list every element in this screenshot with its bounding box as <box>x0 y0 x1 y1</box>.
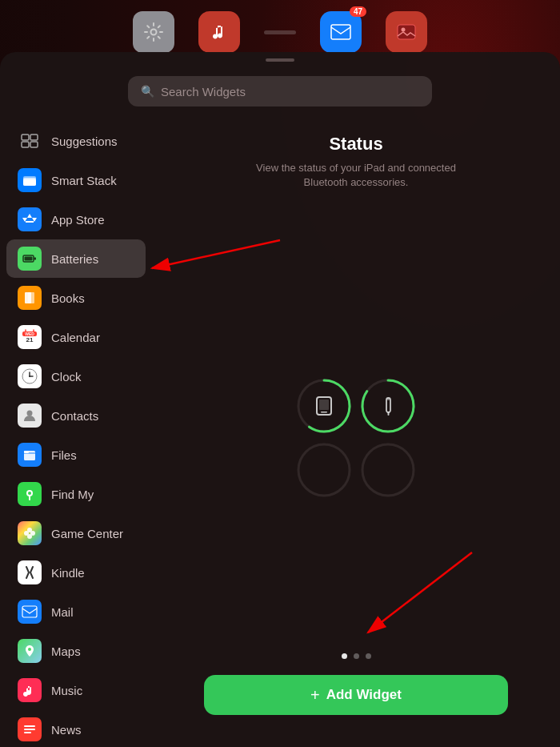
svg-rect-43 <box>319 400 329 410</box>
widget-circles-grid <box>296 378 416 498</box>
widget-preview-area <box>296 222 416 653</box>
app-store-icon <box>18 207 42 231</box>
svg-point-34 <box>27 534 32 539</box>
svg-rect-35 <box>22 606 37 617</box>
music-top-icon <box>198 11 240 53</box>
maps-label: Maps <box>51 645 81 658</box>
svg-point-25 <box>29 376 30 377</box>
widget-circle-4[interactable] <box>360 442 416 498</box>
kindle-icon <box>18 560 42 584</box>
find-my-label: Find My <box>51 488 94 501</box>
sidebar-item-kindle[interactable]: Kindle <box>6 553 146 592</box>
sidebar-item-music[interactable]: Music <box>6 671 146 709</box>
sidebar-item-smart-stack[interactable]: Smart Stack <box>6 161 146 199</box>
calendar-icon: WED 21 <box>18 325 42 349</box>
mail-icon <box>18 600 42 624</box>
app-store-label: App Store <box>51 213 105 227</box>
game-center-label: Game Center <box>51 527 123 540</box>
dot-1[interactable] <box>342 653 347 659</box>
widget-panel: 🔍 Search Widgets Suggestions <box>0 52 560 747</box>
svg-rect-7 <box>30 142 38 147</box>
batteries-icon <box>18 247 42 271</box>
svg-rect-5 <box>30 135 38 140</box>
svg-rect-15 <box>28 292 34 303</box>
svg-rect-37 <box>24 725 35 727</box>
sidebar-item-mail[interactable]: Mail <box>6 592 146 631</box>
maps-icon <box>18 639 42 663</box>
calendar-label: Calendar <box>51 331 100 344</box>
dot-3[interactable] <box>366 653 371 659</box>
plus-icon: + <box>310 686 320 705</box>
suggestions-label: Suggestions <box>51 135 118 148</box>
svg-rect-13 <box>25 257 33 261</box>
add-widget-button[interactable]: + Add Widget <box>204 675 508 715</box>
search-bar[interactable]: 🔍 Search Widgets <box>128 76 432 106</box>
sidebar-item-game-center[interactable]: Game Center <box>6 514 146 552</box>
search-icon: 🔍 <box>141 85 154 98</box>
search-container: 🔍 Search Widgets <box>0 65 560 118</box>
sidebar-item-clock[interactable]: Clock <box>6 357 146 396</box>
svg-rect-1 <box>331 25 350 39</box>
clock-icon <box>18 364 42 388</box>
svg-rect-44 <box>321 412 327 413</box>
kindle-label: Kindle <box>51 566 85 580</box>
widget-circle-1[interactable] <box>296 378 352 434</box>
files-label: Files <box>51 448 77 462</box>
photos-top-icon <box>386 11 427 53</box>
batteries-label: Batteries <box>51 252 98 266</box>
sidebar-item-find-my[interactable]: Find My <box>6 475 146 513</box>
books-icon <box>18 286 42 310</box>
dot-2[interactable] <box>354 653 359 659</box>
search-placeholder-text: Search Widgets <box>161 85 246 98</box>
drag-handle <box>264 30 296 34</box>
right-panel: Status View the status of your iPad and … <box>152 118 560 747</box>
svg-rect-28 <box>24 451 29 453</box>
sidebar: Suggestions Smart Stack <box>0 118 152 747</box>
sidebar-item-batteries[interactable]: Batteries <box>6 239 146 278</box>
mail-top-icon: 47 <box>320 11 362 53</box>
pagination-dots <box>342 653 371 659</box>
svg-text:21: 21 <box>26 336 34 343</box>
news-label: News <box>51 723 82 737</box>
svg-point-30 <box>28 492 31 495</box>
sidebar-item-news[interactable]: News <box>6 710 146 747</box>
sidebar-item-contacts[interactable]: Contacts <box>6 396 146 435</box>
contacts-icon <box>18 404 42 428</box>
svg-rect-38 <box>24 729 35 730</box>
svg-rect-48 <box>387 398 390 400</box>
svg-point-3 <box>402 28 406 32</box>
svg-point-26 <box>27 411 33 416</box>
svg-rect-12 <box>34 258 36 260</box>
sidebar-item-suggestions[interactable]: Suggestions <box>6 122 146 160</box>
sidebar-item-books[interactable]: Books <box>6 279 146 317</box>
game-center-icon <box>18 521 42 545</box>
files-icon <box>18 443 42 467</box>
sidebar-item-files[interactable]: Files <box>6 436 146 474</box>
drag-handle-bar <box>0 52 560 65</box>
svg-rect-4 <box>22 135 29 140</box>
widget-title: Status <box>329 134 382 155</box>
widget-circle-3[interactable] <box>296 442 352 498</box>
main-content: Suggestions Smart Stack <box>0 118 560 747</box>
svg-point-50 <box>362 444 414 496</box>
svg-rect-39 <box>24 732 31 733</box>
svg-point-33 <box>27 528 32 532</box>
music-label: Music <box>51 684 82 697</box>
svg-rect-10 <box>23 179 36 186</box>
contacts-label: Contacts <box>51 409 98 423</box>
add-widget-label: Add Widget <box>326 687 402 703</box>
svg-point-0 <box>151 30 157 35</box>
settings-top-icon <box>133 11 174 53</box>
svg-point-36 <box>28 648 31 651</box>
sidebar-item-maps[interactable]: Maps <box>6 632 146 670</box>
svg-point-49 <box>298 444 350 496</box>
smart-stack-label: Smart Stack <box>51 174 117 187</box>
mail-label: Mail <box>51 605 74 619</box>
news-icon <box>18 717 42 741</box>
widget-circle-2[interactable] <box>360 378 416 434</box>
widget-description: View the status of your iPad and connect… <box>236 161 476 190</box>
find-my-icon <box>18 482 42 506</box>
sidebar-item-calendar[interactable]: WED 21 Calendar <box>6 318 146 356</box>
sidebar-item-app-store[interactable]: App Store <box>6 200 146 239</box>
svg-rect-6 <box>22 142 29 147</box>
